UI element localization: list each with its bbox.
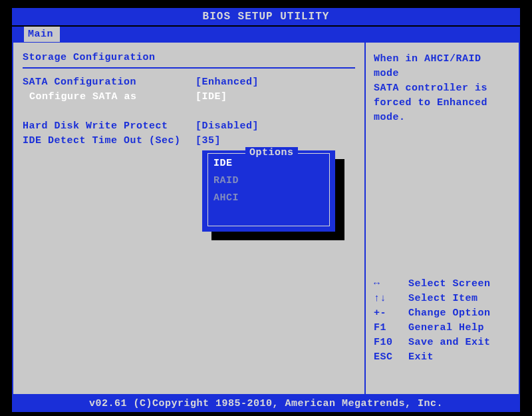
ide-timeout-value: [35] bbox=[196, 134, 355, 148]
help-line-4: mode. bbox=[374, 110, 511, 125]
configure-sata-as-value: [IDE] bbox=[196, 90, 355, 104]
tab-main[interactable]: Main bbox=[24, 27, 60, 42]
nav-desc-general-help: General Help bbox=[408, 321, 511, 335]
nav-key-plus-minus: +- bbox=[374, 306, 408, 321]
nav-general-help: F1 General Help bbox=[374, 321, 511, 335]
bios-screen: BIOS SETUP UTILITY Main Storage Configur… bbox=[0, 0, 532, 416]
help-line-1: When in AHCI/RAID mode bbox=[374, 52, 511, 81]
nav-desc-exit: Exit bbox=[408, 350, 511, 365]
row-sata-config[interactable]: SATA Configuration [Enhanced] bbox=[23, 75, 355, 90]
nav-key-f1: F1 bbox=[374, 321, 408, 335]
nav-change-option: +- Change Option bbox=[374, 306, 511, 321]
footer-bar: v02.61 (C)Copyright 1985-2010, American … bbox=[12, 395, 520, 412]
sata-config-label: SATA Configuration bbox=[23, 75, 196, 90]
hd-write-protect-value: [Disabled] bbox=[196, 119, 355, 134]
popup-title: Options bbox=[245, 147, 298, 158]
nav-key-f10: F10 bbox=[374, 335, 408, 350]
nav-desc-select-screen: Select Screen bbox=[408, 277, 511, 292]
row-hd-write-protect[interactable]: Hard Disk Write Protect [Disabled] bbox=[23, 119, 355, 134]
nav-key-arrows-ud: ↑↓ bbox=[374, 292, 408, 306]
main-area: Storage Configuration SATA Configuration… bbox=[12, 43, 520, 395]
hd-write-protect-label: Hard Disk Write Protect bbox=[23, 119, 196, 134]
help-text: When in AHCI/RAID mode SATA controller i… bbox=[374, 52, 511, 125]
popup-option-ahci[interactable]: AHCI bbox=[213, 190, 324, 207]
popup-option-raid[interactable]: RAID bbox=[213, 172, 324, 190]
nav-key-arrows-lr: ↔ bbox=[374, 277, 408, 292]
sata-config-value: [Enhanced] bbox=[196, 75, 355, 90]
section-title: Storage Configuration bbox=[23, 52, 355, 63]
help-line-2: SATA controller is bbox=[374, 81, 511, 96]
tab-row: Main bbox=[12, 27, 520, 43]
settings-panel: Storage Configuration SATA Configuration… bbox=[13, 43, 366, 394]
nav-desc-change-option: Change Option bbox=[408, 306, 511, 321]
nav-help: ↔ Select Screen ↑↓ Select Item +- Change… bbox=[374, 277, 511, 365]
nav-select-item: ↑↓ Select Item bbox=[374, 292, 511, 306]
nav-key-esc: ESC bbox=[374, 350, 408, 365]
nav-save-exit: F10 Save and Exit bbox=[374, 335, 511, 350]
section-underline bbox=[23, 67, 355, 69]
help-line-3: forced to Enhanced bbox=[374, 96, 511, 110]
row-configure-sata-as[interactable]: Configure SATA as [IDE] bbox=[23, 90, 355, 104]
nav-desc-select-item: Select Item bbox=[408, 292, 511, 306]
ide-timeout-label: IDE Detect Time Out (Sec) bbox=[23, 134, 196, 148]
copyright-text: v02.61 (C)Copyright 1985-2010, American … bbox=[89, 398, 443, 409]
help-panel: When in AHCI/RAID mode SATA controller i… bbox=[366, 43, 519, 394]
popup-border: Options IDE RAID AHCI bbox=[207, 153, 330, 226]
configure-sata-as-label: Configure SATA as bbox=[23, 90, 196, 104]
nav-desc-save-exit: Save and Exit bbox=[408, 335, 511, 350]
nav-exit: ESC Exit bbox=[374, 350, 511, 365]
title-bar: BIOS SETUP UTILITY bbox=[12, 8, 520, 25]
tab-main-label: Main bbox=[28, 29, 53, 40]
options-popup: Options IDE RAID AHCI bbox=[202, 150, 335, 232]
utility-title: BIOS SETUP UTILITY bbox=[203, 11, 330, 23]
row-ide-timeout[interactable]: IDE Detect Time Out (Sec) [35] bbox=[23, 134, 355, 148]
nav-select-screen: ↔ Select Screen bbox=[374, 277, 511, 292]
